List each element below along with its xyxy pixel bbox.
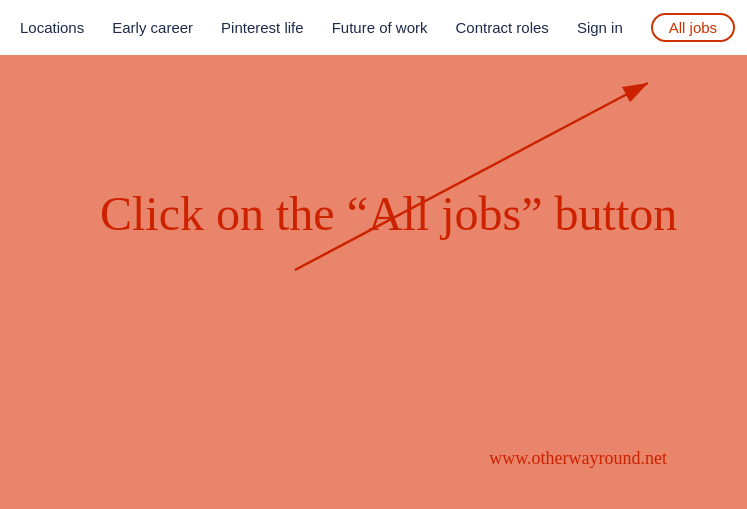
nav-link-future-of-work[interactable]: Future of work (332, 19, 428, 36)
navigation-bar: Locations Early career Pinterest life Fu… (0, 0, 747, 55)
main-content: Click on the “All jobs” button www.other… (0, 55, 747, 509)
all-jobs-button[interactable]: All jobs (651, 13, 735, 42)
website-url: www.otherwayround.net (489, 448, 667, 469)
nav-link-early-career[interactable]: Early career (112, 19, 193, 36)
nav-link-locations[interactable]: Locations (20, 19, 84, 36)
nav-link-contract-roles[interactable]: Contract roles (456, 19, 549, 36)
instruction-text: Click on the “All jobs” button (100, 185, 677, 243)
nav-link-sign-in[interactable]: Sign in (577, 19, 623, 36)
instruction-arrow (0, 55, 747, 509)
nav-link-pinterest-life[interactable]: Pinterest life (221, 19, 304, 36)
